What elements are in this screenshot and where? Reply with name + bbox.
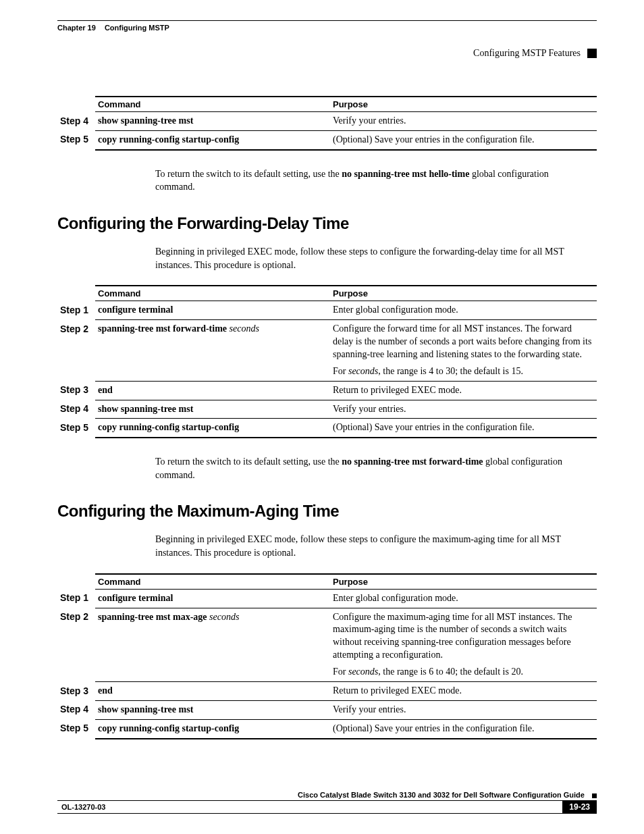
table-row: Step 3 end Return to privileged EXEC mod… (57, 682, 597, 701)
table-row: Step 5 copy running-config startup-confi… (57, 719, 597, 738)
footer-bar: OL-13270-03 19-23 (57, 800, 597, 814)
step-label: Step 4 (57, 112, 95, 131)
command-cell: end (95, 682, 330, 701)
step-label: Step 2 (57, 608, 95, 681)
purpose-header: Purpose (330, 97, 597, 112)
page-content: Command Purpose Step 4 show spanning-tre… (57, 96, 597, 739)
command-cell: copy running-config startup-config (95, 719, 330, 738)
purpose-cell: Enter global configuration mode. (330, 589, 597, 608)
body-paragraph: To return the switch to its default sett… (155, 455, 590, 481)
command-header: Command (95, 97, 330, 112)
step-label: Step 1 (57, 301, 95, 320)
purpose-cell: Return to privileged EXEC mode. (330, 682, 597, 701)
step-header (57, 97, 95, 112)
command-cell: end (95, 381, 330, 400)
step-label: Step 4 (57, 400, 95, 419)
step-label: Step 4 (57, 700, 95, 719)
command-header: Command (95, 574, 330, 590)
table-row: Step 3 end Return to privileged EXEC mod… (57, 381, 597, 400)
purpose-cell: Enter global configuration mode. (330, 301, 597, 320)
document-page: Chapter 19 Configuring MSTP Configuring … (0, 0, 644, 834)
purpose-cell: Return to privileged EXEC mode. (330, 381, 597, 400)
page-header: Chapter 19 Configuring MSTP (57, 24, 597, 32)
header-rule (57, 20, 597, 21)
command-cell: spanning-tree mst forward-time seconds (95, 320, 330, 382)
command-table-1: Command Purpose Step 4 show spanning-tre… (57, 96, 597, 151)
command-cell: configure terminal (95, 589, 330, 608)
command-cell: spanning-tree mst max-age seconds (95, 608, 330, 681)
purpose-cell: Verify your entries. (330, 400, 597, 419)
step-label: Step 3 (57, 682, 95, 701)
command-cell: copy running-config startup-config (95, 419, 330, 438)
command-cell: show spanning-tree mst (95, 400, 330, 419)
purpose-header: Purpose (330, 286, 597, 301)
purpose-cell: (Optional) Save your entries in the conf… (330, 130, 597, 149)
step-label: Step 3 (57, 381, 95, 400)
header-section: Configuring MSTP Features (473, 48, 581, 59)
table-row: Step 2 spanning-tree mst max-age seconds… (57, 608, 597, 681)
step-label: Step 5 (57, 719, 95, 738)
command-cell: configure terminal (95, 301, 330, 320)
table-row: Step 4 show spanning-tree mst Verify you… (57, 400, 597, 419)
header-left: Chapter 19 Configuring MSTP (57, 24, 169, 32)
step-label: Step 1 (57, 589, 95, 608)
command-cell: show spanning-tree mst (95, 112, 330, 131)
table-row: Step 5 copy running-config startup-confi… (57, 130, 597, 149)
table-row: Step 1 configure terminal Enter global c… (57, 301, 597, 320)
footer-marker-icon (592, 793, 597, 798)
table-row: Step 1 configure terminal Enter global c… (57, 589, 597, 608)
purpose-cell: (Optional) Save your entries in the conf… (330, 419, 597, 438)
purpose-header: Purpose (330, 574, 597, 590)
command-cell: copy running-config startup-config (95, 130, 330, 149)
section-heading-max-aging: Configuring the Maximum-Aging Time (57, 502, 597, 521)
header-marker-icon (587, 49, 597, 58)
footer-book-title: Cisco Catalyst Blade Switch 3130 and 303… (57, 791, 597, 800)
command-cell: show spanning-tree mst (95, 700, 330, 719)
purpose-cell: Configure the maximum-aging time for all… (330, 608, 597, 681)
table-row: Step 2 spanning-tree mst forward-time se… (57, 320, 597, 382)
step-label: Step 5 (57, 419, 95, 438)
chapter-title: Configuring MSTP (105, 24, 169, 32)
purpose-cell: Verify your entries. (330, 700, 597, 719)
table-row: Step 4 show spanning-tree mst Verify you… (57, 700, 597, 719)
page-footer: Cisco Catalyst Blade Switch 3130 and 303… (57, 791, 597, 814)
purpose-cell: Configure the forward time for all MST i… (330, 320, 597, 382)
chapter-number: Chapter 19 (57, 24, 96, 32)
table-row: Step 4 show spanning-tree mst Verify you… (57, 112, 597, 131)
purpose-cell: Verify your entries. (330, 112, 597, 131)
command-header: Command (95, 286, 330, 301)
purpose-cell: (Optional) Save your entries in the conf… (330, 719, 597, 738)
body-paragraph: Beginning in privileged EXEC mode, follo… (155, 533, 590, 559)
step-header (57, 286, 95, 301)
header-right: Configuring MSTP Features (57, 48, 597, 59)
body-paragraph: Beginning in privileged EXEC mode, follo… (155, 245, 590, 271)
step-label: Step 5 (57, 130, 95, 149)
command-table-2: Command Purpose Step 1 configure termina… (57, 285, 597, 438)
footer-page-number: 19-23 (562, 800, 597, 814)
footer-doc-id: OL-13270-03 (57, 800, 562, 814)
body-paragraph: To return the switch to its default sett… (155, 167, 590, 194)
table-row: Step 5 copy running-config startup-confi… (57, 419, 597, 438)
step-header (57, 574, 95, 590)
section-heading-forward-delay: Configuring the Forwarding-Delay Time (57, 214, 597, 233)
step-label: Step 2 (57, 320, 95, 382)
command-table-3: Command Purpose Step 1 configure termina… (57, 573, 597, 739)
